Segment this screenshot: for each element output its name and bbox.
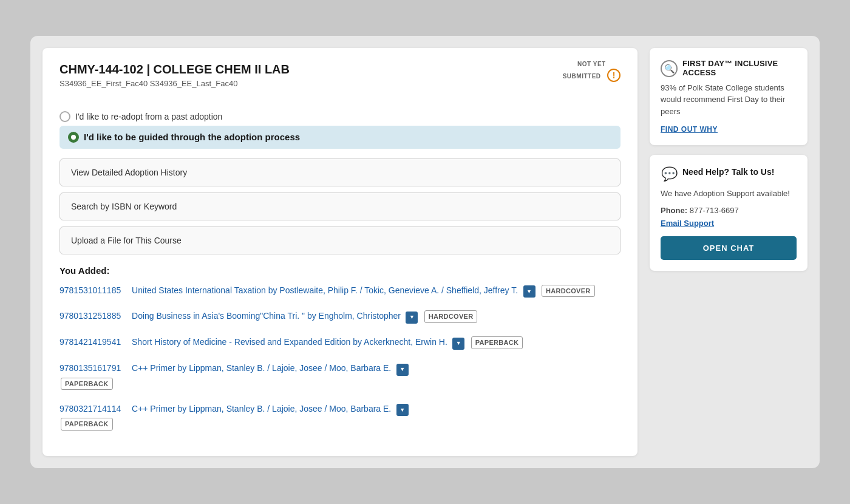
book-isbn-1[interactable]: 9780131251885 [59,311,121,321]
first-day-card: 🔍 FIRST DAY™ INCLUSIVE ACCESS 93% of Pol… [650,48,807,146]
first-day-text: 93% of Polk State College students would… [661,82,797,118]
book-binding-2: PAPERBACK [471,336,523,349]
status-badge: NOT YET SUBMITTED ! [563,58,620,82]
book-title-4[interactable]: C++ Primer by Lippman, Stanley B. / Lajo… [132,404,391,414]
phone-label-text: Phone: [661,206,687,215]
search-isbn-button[interactable]: Search by ISBN or Keyword [59,192,620,220]
book-title-3[interactable]: C++ Primer by Lippman, Stanley B. / Lajo… [132,363,391,373]
book-dropdown-0[interactable] [523,285,536,298]
email-support-link[interactable]: Email Support [661,219,797,228]
view-history-button[interactable]: View Detailed Adoption History [59,158,620,186]
sidebar: 🔍 FIRST DAY™ INCLUSIVE ACCESS 93% of Pol… [650,48,807,457]
radio-re-adopt[interactable]: I'd like to re-adopt from a past adoptio… [59,107,620,126]
help-header: 💬 Need Help? Talk to Us! [661,166,797,183]
phone-number: 877-713-6697 [690,206,739,215]
warning-icon: ! [607,69,620,82]
main-panel: CHMY-144-102 | COLLEGE CHEM II LAB S3493… [42,48,638,457]
book-dropdown-3[interactable] [396,364,409,376]
open-chat-button[interactable]: OPEN CHAT [661,236,797,260]
help-title: Need Help? Talk to Us! [682,167,774,177]
book-dropdown-2[interactable] [452,338,464,350]
book-item-1: 9780131251885 Doing Business in Asia's B… [59,308,620,324]
book-dropdown-4[interactable] [396,404,409,416]
header-row: CHMY-144-102 | COLLEGE CHEM II LAB S3493… [59,63,620,99]
book-isbn-3[interactable]: 9780135161791 [59,363,121,373]
book-isbn-0[interactable]: 9781531011185 [59,285,121,295]
find-out-why-link[interactable]: FIND OUT WHY [661,125,718,134]
book-title-1[interactable]: Doing Business in Asia's Booming"China T… [132,311,401,321]
upload-file-button[interactable]: Upload a File for This Course [59,226,620,254]
phone-label: Phone: 877-713-6697 [661,206,797,215]
book-title-2[interactable]: Short History of Medicine - Revised and … [132,337,447,347]
radio-guided[interactable]: I'd like to be guided through the adopti… [59,126,620,149]
book-isbn-4[interactable]: 9780321714114 [59,404,121,414]
book-binding-3: PAPERBACK [61,378,113,390]
help-text: We have Adoption Support available! [661,188,797,200]
chat-icon: 💬 [661,166,678,183]
book-item-3: 9780135161791 C++ Primer by Lippman, Sta… [59,361,620,390]
status-line2: SUBMITTED [563,73,601,80]
book-dropdown-1[interactable] [406,312,418,324]
radio-circle-guided [68,132,79,143]
radio-group: I'd like to re-adopt from a past adoptio… [59,107,620,149]
book-isbn-2[interactable]: 9781421419541 [59,337,121,347]
page-wrapper: CHMY-144-102 | COLLEGE CHEM II LAB S3493… [30,36,820,469]
book-item-0: 9781531011185 United States Internationa… [59,283,620,298]
first-day-title: FIRST DAY™ INCLUSIVE ACCESS [682,59,797,77]
radio-circle-re-adopt [59,111,70,122]
book-binding-1: HARDCOVER [424,310,478,323]
course-title: CHMY-144-102 | COLLEGE CHEM II LAB [59,63,290,77]
you-added-label: You Added: [59,265,620,276]
search-icon: 🔍 [661,60,678,77]
radio-re-adopt-label: I'd like to re-adopt from a past adoptio… [75,112,222,121]
book-binding-4: PAPERBACK [61,418,113,431]
course-info: CHMY-144-102 | COLLEGE CHEM II LAB S3493… [59,63,290,99]
help-card: 💬 Need Help? Talk to Us! We have Adoptio… [650,155,807,271]
book-binding-0: HARDCOVER [542,285,595,298]
book-item-2: 9781421419541 Short History of Medicine … [59,335,620,350]
first-day-header: 🔍 FIRST DAY™ INCLUSIVE ACCESS [661,59,797,77]
radio-guided-label: I'd like to be guided through the adopti… [84,132,300,142]
book-item-4: 9780321714114 C++ Primer by Lippman, Sta… [59,401,620,431]
book-title-0[interactable]: United States International Taxation by … [132,285,518,295]
status-line1: NOT YET [577,61,606,67]
course-subtitle: S34936_EE_First_Fac40 S34936_EE_Last_Fac… [59,79,290,88]
